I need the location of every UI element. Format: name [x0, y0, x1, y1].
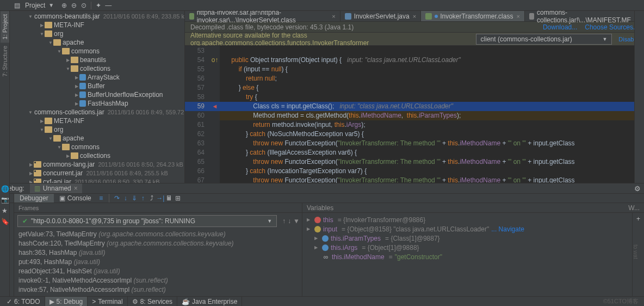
variable-row[interactable]: ∞this.iMethodName = "getConstructor" [307, 252, 628, 261]
tree-row[interactable]: org [10, 125, 184, 134]
source-combo[interactable]: client (commons-collections.jar) ▼ [476, 34, 612, 45]
stack-frame[interactable]: readObject:341, HashSet (java.util) [18, 267, 298, 277]
tree-row[interactable]: apache [10, 38, 184, 47]
run-to-cursor-icon[interactable]: →| [156, 194, 165, 202]
select-target-icon[interactable]: ⊙ [79, 1, 89, 10]
tree-row[interactable]: commons [10, 47, 184, 56]
choose-sources-link[interactable]: Choose Sources... [585, 23, 639, 31]
line-number[interactable]: 56 [185, 74, 210, 83]
navigate-link[interactable]: ... Navigate [491, 225, 524, 233]
line-number[interactable]: 57 [185, 83, 210, 93]
gutter-mark[interactable]: o↑ [210, 56, 220, 65]
code-line[interactable]: throw new FunctorException("InvokerTrans… [220, 157, 639, 167]
variable-row[interactable]: ▶input = {Object@8158} "class java.net.U… [307, 224, 628, 234]
camera-icon[interactable]: 📷 [1, 196, 9, 204]
line-number[interactable]: 62 [185, 130, 210, 139]
tree-row[interactable]: collections [10, 64, 184, 73]
settings-icon[interactable]: ✦ [94, 1, 103, 10]
evaluate-icon[interactable]: 🖩 [165, 194, 174, 202]
console-tab[interactable]: ▣ Console [54, 194, 97, 203]
code-line[interactable]: if (input == null) { [220, 65, 639, 74]
code-line[interactable]: } catch (NoSuchMethodException var5) { [220, 130, 639, 139]
variable-row[interactable]: ▶this = {InvokerTransformer@9886} [307, 215, 628, 224]
code-line[interactable]: throw new FunctorException("InvokerTrans… [220, 139, 639, 148]
project-label[interactable]: Project [22, 2, 48, 9]
tree-row[interactable]: commons-collections.jar2011/8/16 0016 8:… [10, 108, 184, 117]
code-line[interactable] [220, 46, 639, 56]
tree-row[interactable]: Buffer [10, 82, 184, 90]
tree-row[interactable]: commons [10, 143, 184, 151]
gutter-mark[interactable] [210, 157, 220, 167]
line-number[interactable]: 58 [185, 93, 210, 102]
gutter-mark[interactable] [210, 139, 220, 148]
project-dropdown-icon[interactable]: ▼ [48, 2, 59, 8]
tree-row[interactable]: META-INF [10, 117, 184, 125]
run-config-tab[interactable]: ▥ Unnamed × [30, 183, 82, 193]
tree-row[interactable]: apache [10, 134, 184, 143]
line-number[interactable]: 66 [185, 167, 210, 176]
status-item[interactable]: ☕Java Enterprise [177, 297, 242, 306]
gutter-mark[interactable] [210, 130, 220, 139]
gutter-mark[interactable] [210, 111, 220, 120]
close-icon[interactable]: × [516, 13, 519, 20]
bookmark-icon[interactable]: 🔖 [1, 218, 9, 225]
trace-icon[interactable]: ⊞ [174, 194, 182, 202]
project-tree[interactable]: commons-beanutils.jar2011/8/16 0016 8:49… [10, 11, 185, 183]
tree-row[interactable]: ArrayStack [10, 73, 184, 82]
step-into-icon[interactable]: ↓ [121, 194, 130, 202]
tree-row[interactable]: cxf-api.jar2011/8/16 0016 8:50, 330.74 k… [10, 178, 184, 183]
gutter-mark[interactable]: ◄ [210, 102, 220, 111]
code-line[interactable]: return method.invoke(input, this.iArgs); [220, 120, 639, 130]
code-area[interactable]: 53545556575859606162636465666768 o↑◄ pub… [185, 46, 644, 183]
tree-row[interactable]: collections [10, 151, 184, 160]
tree-row[interactable]: FastHashMap [10, 99, 184, 108]
tree-row[interactable]: beanutils [10, 56, 184, 64]
code-lines[interactable]: public Object transform(Object input) { … [220, 46, 639, 183]
gutter-mark[interactable] [210, 46, 220, 56]
gutter-mark[interactable] [210, 148, 220, 157]
gutter-marks[interactable]: o↑◄ [210, 46, 220, 183]
step-out-icon[interactable]: ↑ [139, 194, 147, 202]
line-number[interactable]: 64 [185, 148, 210, 157]
code-line[interactable]: public Object transform(Object input) { … [220, 56, 639, 65]
stack-frame[interactable]: invoke0:-1, NativeMethodAccessorImpl (su… [18, 277, 298, 286]
editor-tab[interactable]: InvokerTransformer.class× [421, 11, 525, 21]
download-link[interactable]: Download... [543, 23, 577, 31]
step-over-icon[interactable]: ↷ [113, 194, 121, 202]
line-number[interactable]: 67 [185, 176, 210, 183]
status-item[interactable]: ⚙8: Services [128, 297, 177, 306]
web-icon[interactable]: 🌐 [1, 185, 9, 193]
expand-all-icon[interactable]: ⊕ [59, 1, 69, 10]
gutter-mark[interactable] [210, 120, 220, 130]
editor-tab[interactable]: httpha-invoker.sar.jar!\httpha-invoker.s… [185, 11, 340, 21]
variable-row[interactable]: ▶this.iArgs = {Object[1]@9888} [307, 243, 628, 252]
project-tool-tab[interactable]: 1: Project [1, 11, 9, 42]
tree-row[interactable]: concurrent.jar2011/8/16 0016 8:49, 255.5… [10, 169, 184, 178]
thread-dump-icon[interactable]: ≡ [97, 194, 106, 202]
tree-row[interactable]: commons-beanutils.jar2011/8/16 0016 8:49… [10, 12, 184, 21]
line-number[interactable]: 55 [185, 65, 210, 74]
tree-row[interactable]: BufferUnderflowException [10, 90, 184, 99]
code-line[interactable]: } catch (IllegalAccessException var6) { [220, 148, 639, 157]
gutter-mark[interactable] [210, 83, 220, 93]
tree-row[interactable]: org [10, 29, 184, 38]
status-item[interactable]: >Terminal [88, 297, 127, 306]
close-icon[interactable]: × [74, 185, 78, 192]
stack-frame[interactable]: getValue:73, TiedMapEntry (org.apache.co… [18, 230, 298, 240]
line-number[interactable]: 63 [185, 139, 210, 148]
favorites-icon[interactable]: ★ [1, 207, 9, 215]
gutter-mark[interactable] [210, 176, 220, 183]
gutter-mark[interactable] [210, 65, 220, 74]
close-icon[interactable]: × [332, 13, 335, 20]
collapse-icon[interactable]: ⊖ [69, 1, 79, 10]
debugger-tab[interactable]: Debugger [14, 194, 54, 203]
next-frame-icon[interactable]: ↓ [288, 217, 291, 225]
close-icon[interactable]: × [413, 13, 416, 20]
gutter-mark[interactable] [210, 167, 220, 176]
vars-list[interactable]: ▶this = {InvokerTransformer@9886}▶input … [302, 213, 632, 296]
gutter-mark[interactable] [210, 74, 220, 83]
variable-row[interactable]: ▶this.iParamTypes = {Class[1]@9887} [307, 234, 628, 243]
frames-list[interactable]: getValue:73, TiedMapEntry (org.apache.co… [14, 229, 302, 296]
tree-row[interactable]: META-INF [10, 21, 184, 29]
stack-frame[interactable]: invoke:57, NativeMethodAccessorImpl (sun… [18, 286, 298, 295]
